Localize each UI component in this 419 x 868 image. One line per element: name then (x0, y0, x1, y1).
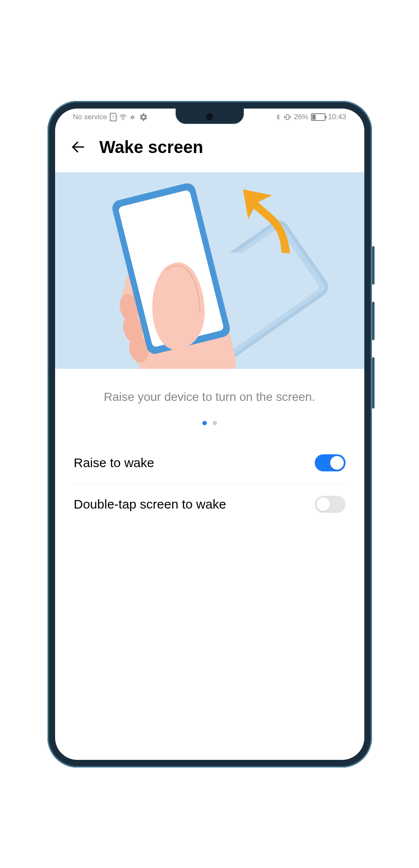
toggle-knob (330, 456, 344, 470)
display-notch (176, 109, 244, 124)
setting-label: Double-tap screen to wake (74, 497, 226, 512)
volume-down-button[interactable] (372, 302, 375, 340)
toggle-knob (316, 497, 330, 511)
settings-list: Raise to wake Double-tap screen to wake (55, 442, 364, 525)
signal-icon (129, 113, 137, 121)
wifi-icon (119, 113, 127, 121)
gear-icon (140, 113, 147, 121)
back-button[interactable] (69, 138, 88, 156)
volume-up-button[interactable] (372, 246, 375, 285)
screen: No service ! 26% (55, 109, 364, 760)
bluetooth-icon (275, 113, 281, 121)
toggle-raise-to-wake[interactable] (315, 454, 346, 471)
raise-to-wake-illustration[interactable] (55, 172, 364, 369)
setting-raise-to-wake[interactable]: Raise to wake (74, 442, 346, 484)
pager-dot[interactable] (213, 421, 217, 425)
setting-label: Raise to wake (74, 456, 154, 470)
sim-alert-icon: ! (110, 113, 117, 121)
pager-dots[interactable] (55, 421, 364, 442)
power-button[interactable] (372, 357, 375, 409)
vibrate-icon (284, 113, 291, 121)
clock-text: 10:43 (328, 113, 346, 121)
side-buttons (372, 246, 375, 426)
phone-frame: No service ! 26% (47, 101, 372, 768)
no-service-text: No service (73, 113, 107, 121)
svg-point-0 (123, 119, 123, 120)
pager-dot[interactable] (202, 421, 207, 425)
page-header: Wake screen (55, 126, 364, 172)
illustration-caption: Raise your device to turn on the screen. (55, 369, 364, 421)
battery-icon (311, 113, 325, 121)
toggle-double-tap-to-wake[interactable] (315, 496, 346, 513)
page-title: Wake screen (100, 138, 203, 157)
svg-rect-1 (286, 115, 289, 120)
battery-percent-text: 26% (294, 113, 308, 121)
setting-double-tap-to-wake[interactable]: Double-tap screen to wake (74, 484, 346, 525)
